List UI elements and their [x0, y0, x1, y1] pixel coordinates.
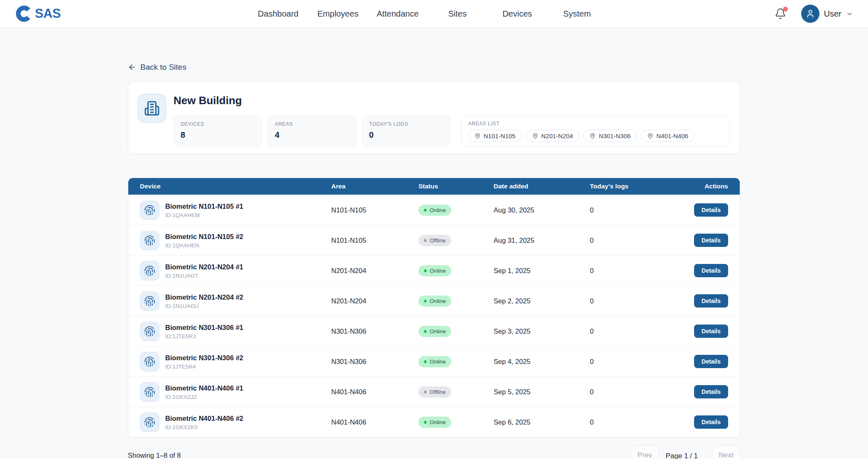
table-header: Device Area Status Date added Today's lo…	[128, 178, 740, 195]
device-todays-logs: 0	[590, 388, 681, 396]
status-badge: Online	[418, 326, 451, 337]
notifications-button[interactable]	[775, 8, 786, 20]
status-badge: Offline	[418, 386, 451, 398]
fingerprint-icon	[140, 352, 159, 371]
device-date-added: Aug 30, 2025	[494, 206, 590, 214]
details-button[interactable]: Details	[694, 264, 728, 277]
nav-item-system[interactable]: System	[547, 0, 607, 28]
stat-devices-value: 8	[181, 130, 255, 140]
area-chip: N101-N105	[468, 130, 522, 142]
status-badge: Offline	[418, 235, 451, 246]
details-button[interactable]: Details	[694, 415, 728, 429]
area-chip-label: N201-N204	[541, 132, 573, 139]
device-area: N101-N105	[331, 237, 418, 244]
device-todays-logs: 0	[590, 297, 681, 305]
prev-button[interactable]: Prev	[631, 446, 659, 459]
status-badge: Online	[418, 205, 451, 216]
device-id: ID:1GKXZK0	[165, 424, 243, 430]
stat-areas-value: 4	[275, 130, 349, 140]
area-chip: N201-N204	[526, 130, 579, 142]
areas-list: AREAS LIST N101-N105 N201-N204 N301-N	[461, 116, 730, 146]
stat-todays-logs-label: TODAY'S LOGS	[369, 121, 443, 127]
stat-areas-label: AREAS	[275, 121, 349, 127]
site-stats-row: DEVICES 8 AREAS 4 TODAY'S LOGS 0 AREAS L…	[174, 116, 730, 146]
map-pin-icon	[532, 133, 538, 139]
device-area: N101-N105	[331, 206, 418, 214]
device-name: Biometric N101-N105 #2	[165, 232, 243, 241]
back-to-sites-link[interactable]: Back to Sites	[128, 63, 186, 72]
details-button[interactable]: Details	[694, 355, 728, 368]
top-nav: SAS Dashboard Employees Attendance Sites…	[0, 0, 868, 28]
map-pin-icon	[589, 133, 596, 139]
results-count: Showing 1–8 of 8	[128, 452, 181, 459]
device-id: ID:1QAAHEM	[165, 212, 243, 218]
table-row: Biometric N201-N204 #2 ID:1N1UAGU N201-N…	[128, 286, 740, 316]
main-nav: Dashboard Employees Attendance Sites Dev…	[248, 0, 607, 28]
stat-todays-logs-value: 0	[369, 130, 443, 140]
pagination: Prev Page 1 / 1 Next	[631, 446, 740, 459]
col-area: Area	[331, 183, 418, 190]
device-id: ID:1QAAHEN	[165, 242, 243, 249]
device-area: N401-N406	[331, 418, 418, 426]
device-todays-logs: 0	[590, 267, 681, 275]
fingerprint-icon	[140, 413, 159, 432]
fingerprint-icon	[140, 231, 159, 250]
device-area: N201-N204	[331, 267, 418, 275]
details-button[interactable]: Details	[694, 234, 728, 247]
back-to-sites-label: Back to Sites	[140, 63, 186, 72]
status-dot-icon	[424, 421, 427, 424]
nav-item-sites[interactable]: Sites	[428, 0, 487, 28]
table-row: Biometric N401-N406 #2 ID:1GKXZK0 N401-N…	[128, 407, 740, 437]
col-actions: Actions	[704, 183, 728, 190]
table-row: Biometric N401-N406 #1 ID:1GKXZJZ N401-N…	[128, 376, 740, 407]
details-button[interactable]: Details	[694, 325, 728, 338]
status-dot-icon	[424, 360, 427, 363]
status-badge: Online	[418, 295, 451, 307]
nav-item-dashboard[interactable]: Dashboard	[248, 0, 308, 28]
user-name: User	[824, 9, 841, 19]
device-id: ID:1GKXZJZ	[165, 394, 243, 400]
device-date-added: Sep 4, 2025	[494, 358, 590, 366]
devices-table: Device Area Status Date added Today's lo…	[128, 178, 740, 437]
device-id: ID:1JTE5R4	[165, 364, 243, 370]
col-device: Device	[140, 183, 331, 190]
areas-list-label: AREAS LIST	[468, 121, 723, 127]
fingerprint-icon	[140, 382, 159, 402]
building-icon	[144, 100, 160, 116]
device-date-added: Sep 6, 2025	[494, 418, 590, 426]
device-date-added: Sep 5, 2025	[494, 388, 590, 396]
next-button[interactable]: Next	[712, 446, 740, 459]
nav-item-attendance[interactable]: Attendance	[368, 0, 428, 28]
device-area: N401-N406	[331, 388, 418, 396]
device-area: N301-N306	[331, 327, 418, 335]
status-badge: Online	[418, 265, 451, 276]
details-button[interactable]: Details	[694, 203, 728, 217]
device-area: N201-N204	[331, 297, 418, 305]
device-date-added: Sep 3, 2025	[494, 327, 590, 335]
details-button[interactable]: Details	[694, 294, 728, 308]
col-todays-logs: Today's logs	[590, 183, 681, 190]
map-pin-icon	[647, 133, 653, 139]
status-badge: Online	[418, 417, 451, 428]
area-chips: N101-N105 N201-N204 N301-N306 N401-	[468, 130, 723, 142]
logo: SAS	[15, 5, 61, 23]
area-chip-label: N401-N406	[656, 132, 688, 139]
device-name: Biometric N301-N306 #1	[165, 323, 243, 332]
notification-badge	[783, 7, 788, 12]
device-id: ID:1N1UAGU	[165, 303, 243, 309]
site-card: New Building DEVICES 8 AREAS 4 TODAY'S L…	[128, 82, 740, 154]
area-chip: N301-N306	[583, 130, 637, 142]
user-icon	[806, 9, 815, 18]
table-footer: Showing 1–8 of 8 Prev Page 1 / 1 Next	[128, 446, 740, 459]
device-name: Biometric N401-N406 #1	[165, 384, 243, 393]
device-date-added: Sep 1, 2025	[494, 267, 590, 275]
user-menu[interactable]: User	[801, 5, 853, 23]
table-row: Biometric N101-N105 #2 ID:1QAAHEN N101-N…	[128, 225, 740, 255]
details-button[interactable]: Details	[694, 385, 728, 398]
logo-text: SAS	[35, 6, 61, 21]
site-summary: New Building DEVICES 8 AREAS 4 TODAY'S L…	[174, 94, 730, 146]
building-icon-tile	[137, 94, 166, 123]
area-chip-label: N101-N105	[484, 132, 516, 139]
nav-item-devices[interactable]: Devices	[487, 0, 547, 28]
nav-item-employees[interactable]: Employees	[308, 0, 368, 28]
